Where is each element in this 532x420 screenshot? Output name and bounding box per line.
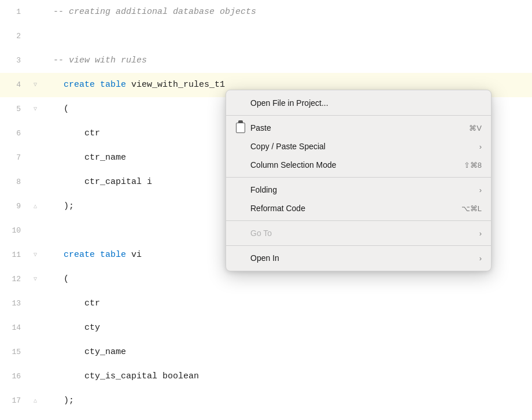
- menu-item-folding[interactable]: Folding ›: [226, 180, 491, 199]
- line-number: 16: [0, 364, 30, 389]
- menu-item-reformat-code[interactable]: Reformat Code ⌥⌘L: [226, 199, 491, 218]
- fold-indicator[interactable]: ▽: [30, 267, 40, 292]
- code-line: 2: [0, 24, 532, 49]
- line-content: ctr: [40, 292, 532, 316]
- keyboard-shortcut: ⌥⌘L: [461, 204, 482, 213]
- line-content: -- view with rules: [40, 49, 532, 73]
- menu-item-copy-paste-special[interactable]: Copy / Paste Special ›: [226, 137, 491, 156]
- line-number: 9: [0, 194, 30, 219]
- code-line: 15 cty_name: [0, 340, 532, 364]
- menu-item-icon-placeholder: [235, 98, 246, 108]
- menu-item-icon-placeholder: [235, 228, 246, 238]
- menu-item-label: Go To: [250, 229, 272, 238]
- submenu-arrow-icon: ›: [479, 186, 482, 194]
- line-number: 12: [0, 267, 30, 292]
- menu-item-icon-placeholder: [235, 185, 246, 195]
- code-line: 14 cty: [0, 316, 532, 340]
- menu-item-label: Copy / Paste Special: [250, 142, 326, 151]
- menu-item-go-to: Go To ›: [226, 224, 491, 242]
- submenu-arrow-icon: ›: [479, 254, 482, 263]
- line-number: 1: [0, 0, 30, 24]
- fold-indicator[interactable]: △: [30, 389, 40, 413]
- menu-item-label-group: Reformat Code: [235, 203, 305, 213]
- menu-item-column-selection[interactable]: Column Selection Mode ⇧⌘8: [226, 156, 491, 174]
- line-number: 2: [0, 24, 30, 49]
- line-content: cty_name: [40, 340, 532, 364]
- line-number: 7: [0, 146, 30, 170]
- line-number: 5: [0, 97, 30, 121]
- fold-indicator[interactable]: ▽: [30, 73, 40, 97]
- menu-item-label: Reformat Code: [250, 204, 305, 213]
- line-number: 4: [0, 73, 30, 97]
- code-line: 16 cty_is_capital boolean: [0, 364, 532, 389]
- submenu-arrow-icon: ›: [479, 142, 482, 151]
- menu-item-label-group: Open In: [235, 253, 279, 263]
- menu-item-label: Folding: [250, 185, 277, 194]
- menu-item-label: Paste: [250, 123, 271, 132]
- context-menu: Open File in Project... Paste ⌘V Copy / …: [226, 90, 492, 271]
- menu-separator: [226, 115, 491, 116]
- menu-item-label-group: Open File in Project...: [235, 98, 328, 108]
- menu-item-icon-placeholder: [235, 160, 246, 170]
- line-number: 3: [0, 49, 30, 73]
- submenu-arrow-icon: ›: [479, 229, 482, 238]
- menu-item-icon-placeholder: [235, 253, 246, 263]
- code-line: 1 -- creating additional database object…: [0, 0, 532, 24]
- menu-item-label-group: Folding: [235, 185, 277, 195]
- menu-separator: [226, 177, 491, 178]
- line-content: -- creating additional database objects: [40, 0, 532, 24]
- fold-indicator[interactable]: △: [30, 194, 40, 219]
- menu-item-label-group: Go To: [235, 228, 272, 238]
- menu-item-label-group: Column Selection Mode: [235, 160, 337, 170]
- line-content: );: [40, 389, 532, 413]
- menu-item-open-in[interactable]: Open In ›: [226, 249, 491, 267]
- code-line: 3 -- view with rules: [0, 49, 532, 73]
- code-line: 13 ctr: [0, 292, 532, 316]
- line-number: 8: [0, 170, 30, 194]
- paste-icon: [235, 123, 246, 133]
- menu-item-label-group: Copy / Paste Special: [235, 141, 326, 152]
- menu-item-label: Open File in Project...: [250, 98, 328, 108]
- fold-indicator[interactable]: ▽: [30, 97, 40, 121]
- line-number: 11: [0, 243, 30, 267]
- menu-item-open-file[interactable]: Open File in Project...: [226, 94, 491, 112]
- line-number: 14: [0, 316, 30, 340]
- line-number: 13: [0, 292, 30, 316]
- line-number: 6: [0, 121, 30, 146]
- code-line: 17 △ );: [0, 389, 532, 413]
- keyboard-shortcut: ⌘V: [469, 124, 482, 132]
- line-number: 15: [0, 340, 30, 364]
- menu-item-label-group: Paste: [235, 123, 271, 133]
- line-content: cty: [40, 316, 532, 340]
- menu-separator: [226, 220, 491, 221]
- menu-separator: [226, 245, 491, 246]
- menu-item-label: Column Selection Mode: [250, 160, 337, 170]
- fold-indicator[interactable]: ▽: [30, 243, 40, 267]
- line-number: 17: [0, 389, 30, 413]
- menu-item-icon-placeholder: [235, 203, 246, 213]
- menu-item-icon-placeholder: [235, 141, 246, 152]
- menu-item-paste[interactable]: Paste ⌘V: [226, 119, 491, 137]
- line-number: 10: [0, 219, 30, 243]
- line-content: cty_is_capital boolean: [40, 364, 532, 389]
- menu-item-label: Open In: [250, 253, 279, 263]
- keyboard-shortcut: ⇧⌘8: [464, 161, 482, 170]
